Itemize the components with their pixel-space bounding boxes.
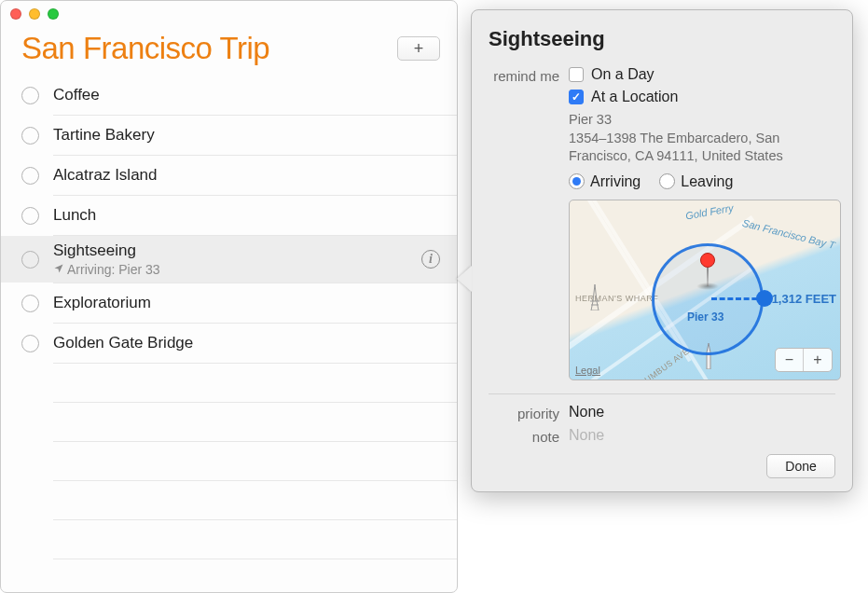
- note-field[interactable]: None: [569, 427, 604, 443]
- on-a-day-option[interactable]: On a Day: [569, 66, 841, 83]
- reminders-window: San Francisco Trip + Coffee Tartine Bake…: [0, 0, 458, 593]
- list-item[interactable]: Coffee: [1, 76, 457, 115]
- priority-value[interactable]: None: [569, 404, 604, 420]
- location-address: Pier 33 1354–1398 The Embarcadero, San F…: [569, 111, 841, 166]
- geofence-radius-label: 1,312 FEET: [772, 292, 836, 306]
- map-place-label: Pier 33: [687, 310, 723, 324]
- leaving-radio[interactable]: [659, 173, 675, 189]
- list-title: San Francisco Trip: [21, 31, 269, 66]
- location-icon: [53, 262, 64, 277]
- empty-row: [53, 442, 457, 481]
- arriving-label: Arriving: [590, 173, 641, 190]
- item-label: Golden Gate Bridge: [53, 334, 440, 352]
- complete-toggle[interactable]: [21, 335, 39, 352]
- map-legal-link[interactable]: Legal: [575, 365, 600, 376]
- empty-row: [53, 403, 457, 442]
- complete-toggle[interactable]: [21, 251, 39, 269]
- empty-row: [53, 520, 457, 559]
- item-label: Sightseeing: [53, 241, 421, 260]
- done-button[interactable]: Done: [766, 454, 835, 478]
- item-subtext: Arriving: Pier 33: [53, 262, 421, 277]
- plus-icon: +: [414, 39, 424, 59]
- list-item[interactable]: Golden Gate Bridge: [1, 324, 457, 363]
- empty-row: [53, 481, 457, 520]
- geofence-map[interactable]: Gold Ferry San Francisco Bay T HERMAN'S …: [569, 200, 841, 380]
- popover-pointer: [457, 266, 472, 292]
- complete-toggle[interactable]: [21, 167, 39, 185]
- zoom-window-button[interactable]: [48, 8, 59, 20]
- item-label: Tartine Bakery: [53, 126, 440, 145]
- on-a-day-label: On a Day: [591, 66, 654, 83]
- item-label: Exploratorium: [53, 294, 440, 312]
- complete-toggle[interactable]: [21, 295, 39, 312]
- list-item[interactable]: Tartine Bakery: [1, 116, 457, 155]
- arriving-option[interactable]: Arriving: [569, 173, 641, 190]
- complete-toggle[interactable]: [21, 87, 39, 104]
- zoom-in-button[interactable]: +: [804, 349, 832, 371]
- remind-me-label: remind me: [489, 66, 569, 84]
- arriving-radio[interactable]: [569, 173, 585, 189]
- list-item[interactable]: Lunch: [1, 196, 457, 235]
- list-item[interactable]: Exploratorium: [1, 283, 457, 323]
- add-reminder-button[interactable]: +: [397, 36, 440, 61]
- item-label: Coffee: [53, 86, 440, 104]
- reminder-inspector-popover: Sightseeing remind me On a Day ✓ At a Lo…: [471, 9, 853, 492]
- zoom-out-button[interactable]: −: [776, 349, 804, 371]
- inspector-title: Sightseeing: [489, 27, 835, 51]
- item-label: Lunch: [53, 206, 440, 225]
- map-zoom-controls: − +: [775, 348, 833, 372]
- list-item[interactable]: Alcatraz Island: [1, 156, 457, 195]
- at-a-location-option[interactable]: ✓ At a Location: [569, 89, 841, 105]
- map-pin-icon[interactable]: [700, 253, 715, 286]
- item-label: Alcatraz Island: [53, 166, 440, 185]
- geofence-radius-handle[interactable]: [756, 290, 773, 307]
- note-label: note: [489, 427, 569, 445]
- landmark-icon: [586, 284, 603, 315]
- window-titlebar: [1, 1, 457, 27]
- at-a-location-label: At a Location: [591, 89, 678, 105]
- leaving-option[interactable]: Leaving: [659, 173, 733, 190]
- map-water-label: San Francisco Bay T: [741, 217, 836, 251]
- priority-label: priority: [489, 404, 569, 421]
- info-button[interactable]: i: [421, 250, 440, 269]
- complete-toggle[interactable]: [21, 207, 39, 225]
- map-water-label: Gold Ferry: [684, 201, 734, 221]
- list-item-selected[interactable]: Sightseeing Arriving: Pier 33 i: [1, 236, 457, 283]
- complete-toggle[interactable]: [21, 127, 39, 145]
- minimize-window-button[interactable]: [29, 8, 40, 20]
- reminders-list: Coffee Tartine Bakery Alcatraz Island Lu…: [1, 76, 457, 559]
- close-window-button[interactable]: [10, 8, 21, 20]
- at-a-location-checkbox[interactable]: ✓: [569, 90, 584, 104]
- leaving-label: Leaving: [681, 173, 733, 190]
- on-a-day-checkbox[interactable]: [569, 67, 584, 82]
- empty-row: [53, 364, 457, 403]
